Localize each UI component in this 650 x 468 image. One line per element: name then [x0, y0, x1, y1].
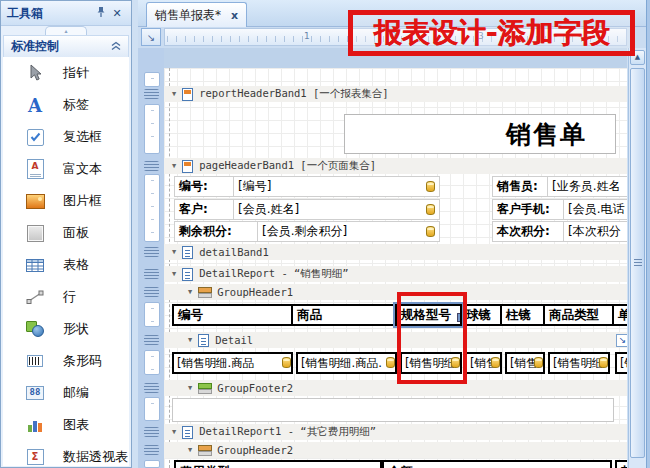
- field-value-remaining-points[interactable]: [会员.剩余积分]: [257, 221, 440, 242]
- band-group-header1[interactable]: ▼ GroupHeader1: [164, 284, 627, 300]
- collapse-triangle-icon[interactable]: ▼: [188, 336, 192, 344]
- ruler-segment: [144, 350, 160, 375]
- field-value-salesperson[interactable]: [业务员.姓名: [547, 176, 627, 197]
- toolbox-item-panel[interactable]: 面板: [3, 217, 129, 249]
- field-label-customer[interactable]: 客户:: [174, 199, 234, 220]
- toolbox-item-label[interactable]: A 标签: [3, 89, 129, 121]
- toolbox-item-picture[interactable]: 图片框: [3, 185, 129, 217]
- database-field-icon: [386, 357, 395, 368]
- toolbox-item-table[interactable]: 表格: [3, 249, 129, 281]
- detail-cell-sphere[interactable]: [销售: [465, 352, 502, 374]
- field-value-customer-phone[interactable]: [会员.电话: [563, 199, 627, 220]
- database-field-icon: [426, 204, 435, 215]
- toolbox-item-shape[interactable]: 形状: [3, 313, 129, 345]
- collapse-triangle-icon[interactable]: ▼: [172, 162, 176, 170]
- fee-header-cell-type[interactable]: 费用类型: [174, 460, 382, 468]
- detail-band-icon: [182, 246, 193, 259]
- band-grip-icon[interactable]: [144, 335, 159, 345]
- field-label-salesperson[interactable]: 销售员:: [492, 176, 548, 197]
- band-grip-icon[interactable]: [144, 287, 159, 297]
- collapse-triangle-icon[interactable]: ▼: [172, 248, 176, 256]
- barcode-icon: [21, 348, 49, 374]
- chart-icon: [21, 412, 49, 438]
- toolbox-item-checkbox[interactable]: 复选框: [3, 121, 129, 153]
- ruler-corner-button[interactable]: ↘: [141, 28, 161, 46]
- field-label-current-points[interactable]: 本次积分:: [492, 221, 564, 242]
- field-label-number[interactable]: 编号:: [174, 176, 234, 197]
- toolbox-item-pointer[interactable]: 指针: [3, 57, 129, 89]
- smart-tag-button[interactable]: ↘: [616, 334, 627, 347]
- band-grip-icon[interactable]: [144, 89, 159, 99]
- header-cell-cylinder[interactable]: 柱镜: [500, 304, 545, 326]
- band-group-header2[interactable]: ▼ GroupHeader2: [164, 442, 627, 458]
- collapse-triangle-icon[interactable]: ▼: [188, 384, 192, 392]
- field-label-customer-phone[interactable]: 客户手机:: [492, 199, 564, 220]
- tab-close-icon[interactable]: x: [231, 9, 238, 22]
- band-page-header[interactable]: ▼ pageHeaderBand1 [一个页面集合]: [164, 158, 627, 174]
- detail-cell-unit-price[interactable]: [销: [615, 352, 627, 374]
- field-value-current-points[interactable]: [本次积分: [563, 221, 627, 242]
- toolbox-item-barcode[interactable]: 条形码: [3, 345, 129, 377]
- collapse-triangle-icon[interactable]: ▼: [188, 288, 192, 296]
- detail-cell-product[interactable]: [销售明细.商品.: [296, 352, 397, 374]
- band-grip-icon[interactable]: [144, 445, 159, 455]
- toolbox-item-pivot[interactable]: Σ 数据透视表: [3, 441, 129, 466]
- panel-icon: [21, 220, 49, 246]
- fee-header-cell-other[interactable]: 其: [615, 460, 627, 468]
- collapse-triangle-icon[interactable]: ▼: [172, 270, 176, 278]
- band-report-header[interactable]: ▼ reportHeaderBand1 [一个报表集合]: [164, 86, 627, 102]
- toolbox-item-list: 指针 A 标签 复选框 A 富文本 图片框 面板: [3, 57, 129, 466]
- detail-band-icon: [198, 334, 209, 347]
- band-grip-icon[interactable]: [144, 427, 159, 437]
- detail-cell-product-code[interactable]: [销售明细.商品: [172, 352, 293, 374]
- annotation-banner: 报表设计-添加字段: [348, 10, 635, 56]
- ruler-segment: [144, 72, 160, 87]
- richtext-icon: A: [21, 156, 49, 182]
- header-cell-product[interactable]: 商品: [291, 304, 397, 326]
- band-detail-band1[interactable]: ▼ detailBand1: [164, 244, 627, 260]
- field-value-number[interactable]: [编号]: [233, 176, 440, 197]
- band-detail-report[interactable]: ▼ DetailReport - “销售明细”: [164, 266, 627, 282]
- toolbox-item-zipcode[interactable]: 88 邮编: [3, 377, 129, 409]
- band-grip-icon[interactable]: [144, 383, 159, 393]
- header-cell-unit-price[interactable]: 单: [612, 304, 627, 326]
- pointer-icon: [21, 60, 49, 86]
- band-grip-icon[interactable]: [144, 161, 159, 171]
- shape-icon: [21, 316, 49, 342]
- field-label-remaining-points[interactable]: 剩余积分:: [174, 221, 258, 242]
- fee-header-cell-amount[interactable]: 金额: [382, 460, 612, 468]
- field-value-customer[interactable]: [会员.姓名]: [233, 199, 440, 220]
- close-icon[interactable]: ✕: [109, 7, 125, 20]
- toolbox-item-richtext[interactable]: A 富文本: [3, 153, 129, 185]
- scrollbar-thumb[interactable]: [630, 68, 645, 458]
- band-detail-report1[interactable]: ▼ DetailReport1 - “其它费用明细”: [164, 424, 627, 440]
- database-field-icon: [491, 357, 500, 368]
- band-group-footer2[interactable]: ▼ GroupFooter2: [164, 380, 627, 396]
- report-title-label[interactable]: 销售单: [344, 114, 616, 154]
- report-header-band-icon: [182, 88, 193, 101]
- toolbox-header: 工具箱 ✕: [1, 1, 131, 26]
- toolbox-item-line[interactable]: 行: [3, 281, 129, 313]
- pin-icon[interactable]: [93, 6, 109, 21]
- header-cell-number[interactable]: 编号: [172, 304, 293, 326]
- collapse-triangle-icon[interactable]: ▼: [172, 428, 176, 436]
- toolbox-group-standard-controls[interactable]: 标准控制: [3, 35, 129, 58]
- detail-cell-cylinder[interactable]: [销售: [505, 352, 545, 374]
- group-footer-empty-area[interactable]: [172, 398, 614, 422]
- database-field-icon: [599, 357, 608, 368]
- detail-cell-product-type[interactable]: [销售明细: [548, 352, 610, 374]
- tab-sales-report[interactable]: 销售单报表* x: [146, 2, 247, 27]
- vertical-scrollbar[interactable]: ▲: [628, 48, 646, 468]
- collapse-triangle-icon[interactable]: ▼: [188, 446, 192, 454]
- line-icon: [21, 284, 49, 310]
- band-grip-icon[interactable]: [144, 269, 159, 279]
- header-cell-product-type[interactable]: 商品类型: [543, 304, 614, 326]
- ruler-segment: [144, 460, 160, 468]
- collapse-triangle-icon[interactable]: ▼: [172, 90, 176, 98]
- toolbox-item-chart[interactable]: 图表: [3, 409, 129, 441]
- zipcode-icon: 88: [21, 380, 49, 406]
- band-detail[interactable]: ▼ Detail: [164, 332, 627, 348]
- toolbox-collapse-grip[interactable]: ▴: [1, 26, 131, 35]
- band-grip-icon[interactable]: [144, 247, 159, 257]
- group-footer-band-icon: [198, 383, 211, 394]
